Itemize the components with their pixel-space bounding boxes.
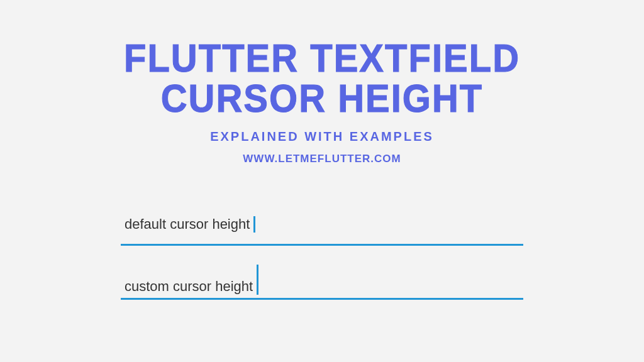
underline-icon xyxy=(121,244,523,246)
textfield-default-label: default cursor height xyxy=(125,216,250,233)
header: FLUTTER TEXTFIELD CURSOR HEIGHT EXPLAINE… xyxy=(124,38,520,165)
textfield-custom-label: custom cursor height xyxy=(125,278,253,295)
website-url: WWW.LETMEFLUTTER.COM xyxy=(124,153,520,165)
main-title-line2: CURSOR HEIGHT xyxy=(124,76,520,120)
textfield-custom[interactable]: custom cursor height xyxy=(121,257,523,300)
cursor-custom-icon xyxy=(257,265,258,295)
cursor-default-icon xyxy=(253,216,255,233)
underline-icon xyxy=(121,298,523,300)
examples-container: default cursor height custom cursor heig… xyxy=(121,203,523,311)
subtitle: EXPLAINED WITH EXAMPLES xyxy=(124,129,520,144)
main-title-line1: FLUTTER TEXTFIELD xyxy=(124,36,520,80)
textfield-default[interactable]: default cursor height xyxy=(121,203,523,246)
